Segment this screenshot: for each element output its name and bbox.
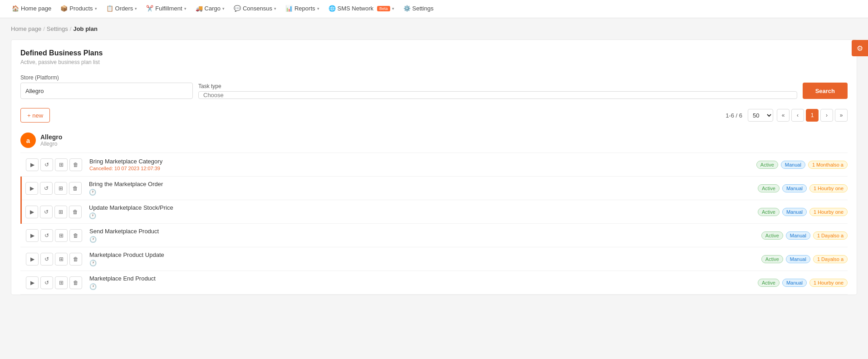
schedule-badge: 1 Dayalso a (813, 255, 848, 263)
store-name: Allegro (40, 133, 62, 141)
main-content: Home page / Settings / Job plan Defined … (0, 18, 868, 302)
nav-item-reports[interactable]: 📊 Reports ▾ (281, 0, 324, 18)
reset-button[interactable]: ↺ (40, 253, 53, 266)
store-subname: Allegro (40, 141, 62, 147)
grid-button[interactable]: ⊞ (54, 182, 67, 195)
breadcrumb-homepage[interactable]: Home page (11, 25, 41, 32)
schedule-badge: 1 Dayalso a (813, 231, 848, 240)
nav-label-cargo: Cargo (205, 5, 221, 12)
home-icon: 🏠 (12, 5, 19, 12)
task-action-buttons: ▶↺⊞🗑 (26, 158, 82, 171)
grid-button[interactable]: ⊞ (55, 276, 68, 289)
nav-label-homepage: Home page (21, 5, 51, 12)
nav-label-orders: Orders (115, 5, 133, 12)
reset-button[interactable]: ↺ (40, 229, 53, 242)
delete-button[interactable]: 🗑 (69, 253, 82, 266)
delete-button[interactable]: 🗑 (69, 206, 82, 218)
task-row: ▶↺⊞🗑Bring Marketplace CategoryCancelled:… (20, 153, 848, 177)
task-info: Update Marketplace Stock/Price🕐 (89, 204, 758, 219)
grid-button[interactable]: ⊞ (55, 229, 68, 242)
chevron-down-icon: ▾ (135, 6, 137, 11)
play-button[interactable]: ▶ (26, 276, 39, 289)
nav-label-consensus: Consensus (243, 5, 272, 12)
consensus-icon: 💬 (234, 5, 241, 12)
toolbar-row: + new 1-6 / 6 50 100 200 « ‹ 1 › » (20, 106, 848, 123)
play-button[interactable]: ▶ (26, 229, 39, 242)
delete-button[interactable]: 🗑 (69, 158, 82, 171)
schedule-badge: 1 Hourby one (809, 184, 848, 192)
status-badge: Active (758, 184, 780, 192)
task-row: ▶↺⊞🗑Marketplace Product Update🕐ActiveMan… (20, 247, 848, 271)
nav-item-fulfillment[interactable]: ✂️ Fulfillment ▾ (142, 0, 191, 18)
play-button[interactable]: ▶ (26, 253, 39, 266)
task-badges: ActiveManual1 Dayalso a (761, 255, 848, 263)
task-badges: ActiveManual1 Dayalso a (761, 231, 848, 240)
type-badge: Manual (786, 231, 810, 240)
reset-button[interactable]: ↺ (40, 206, 53, 218)
breadcrumb-sep: / (43, 25, 45, 32)
grid-button[interactable]: ⊞ (55, 253, 68, 266)
orders-icon: 📋 (106, 5, 113, 12)
task-name: Marketplace Product Update (89, 251, 761, 258)
play-button[interactable]: ▶ (26, 158, 39, 171)
chevron-down-icon: ▾ (392, 6, 394, 11)
nav-label-sms-network: SMS Network (338, 5, 373, 12)
reset-button[interactable]: ↺ (40, 182, 53, 195)
task-action-buttons: ▶↺⊞🗑 (25, 182, 82, 195)
task-badges: ActiveManual1 Hourby one (758, 208, 848, 216)
delete-button[interactable]: 🗑 (69, 229, 82, 242)
reset-button[interactable]: ↺ (40, 158, 53, 171)
delete-button[interactable]: 🗑 (69, 276, 82, 289)
store-input[interactable] (20, 83, 193, 99)
page-card: Defined Business Plans Active, passive b… (11, 39, 857, 295)
page-subtitle: Active, passive business plan list (20, 59, 848, 65)
nav-label-settings: Settings (412, 5, 434, 12)
search-button[interactable]: Search (803, 83, 848, 99)
nav-item-settings[interactable]: ⚙️ Settings (399, 0, 438, 18)
nav-item-products[interactable]: 📦 Products ▾ (56, 0, 101, 18)
last-page-button[interactable]: » (835, 109, 848, 122)
type-badge: Manual (786, 255, 810, 263)
breadcrumb-settings[interactable]: Settings (47, 25, 68, 32)
task-schedule-icon: 🕐 (89, 283, 758, 290)
page-size-select[interactable]: 50 100 200 (748, 109, 773, 122)
nav-item-orders[interactable]: 📋 Orders ▾ (102, 0, 142, 18)
current-page-button[interactable]: 1 (806, 109, 819, 122)
sms-network-icon: 🌐 (329, 5, 336, 12)
breadcrumb-sep: / (70, 25, 72, 32)
task-schedule-icon: 🕐 (89, 260, 761, 266)
store-info: Allegro Allegro (40, 133, 62, 147)
status-badge: Active (758, 208, 780, 216)
next-page-button[interactable]: › (820, 109, 833, 122)
reset-button[interactable]: ↺ (40, 276, 53, 289)
nav-label-fulfillment: Fulfillment (155, 5, 182, 12)
task-action-buttons: ▶↺⊞🗑 (26, 229, 82, 242)
nav-label-products: Products (69, 5, 93, 12)
prev-page-button[interactable]: ‹ (791, 109, 804, 122)
delete-button[interactable]: 🗑 (69, 182, 82, 195)
nav-item-cargo[interactable]: 🚚 Cargo ▾ (191, 0, 229, 18)
nav-item-sms-network[interactable]: 🌐 SMS Network Beta ▾ (324, 0, 399, 18)
task-badges: ActiveManual1 Hourby one (758, 184, 848, 192)
page-title: Defined Business Plans (20, 49, 848, 57)
new-button[interactable]: + new (20, 108, 50, 123)
gear-settings-button[interactable]: ⚙ (852, 40, 868, 56)
task-name: Send Marketplace Product (89, 228, 761, 235)
play-button[interactable]: ▶ (25, 206, 38, 218)
store-logo-letter: a (26, 137, 30, 144)
task-info: Marketplace End Product🕐 (89, 275, 758, 290)
play-button[interactable]: ▶ (25, 182, 38, 195)
schedule-badge: 1 Hourby one (809, 279, 848, 287)
chevron-down-icon: ▾ (184, 6, 186, 11)
store-filter-group: Store (Platform) (20, 74, 193, 99)
grid-button[interactable]: ⊞ (55, 158, 68, 171)
nav-item-homepage[interactable]: 🏠 Home page (7, 0, 56, 18)
grid-button[interactable]: ⊞ (54, 206, 67, 218)
task-type-input[interactable] (198, 91, 797, 99)
task-row: ▶↺⊞🗑Update Marketplace Stock/Price🕐Activ… (22, 200, 848, 224)
store-logo: a (20, 133, 36, 148)
task-name: Bring the Marketplace Order (89, 181, 758, 187)
task-row: ▶↺⊞🗑Bring the Marketplace Order🕐ActiveMa… (22, 177, 848, 200)
first-page-button[interactable]: « (777, 109, 790, 122)
nav-item-consensus[interactable]: 💬 Consensus ▾ (229, 0, 281, 18)
